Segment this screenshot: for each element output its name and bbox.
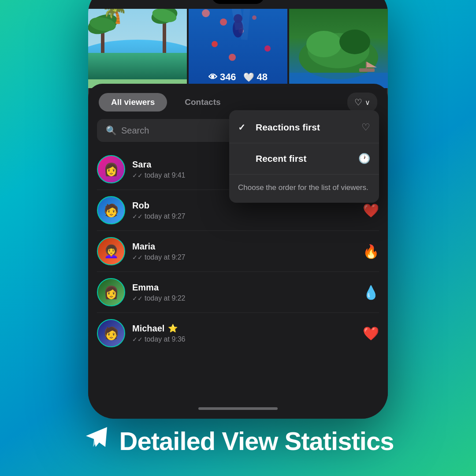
avatar: 🧑: [97, 196, 125, 224]
sort-recent-first[interactable]: Recent first 🕐: [229, 145, 379, 172]
like-count: 🤍 48: [243, 71, 268, 83]
premium-star-icon: ⭐: [168, 324, 178, 333]
read-receipt-icon: ✓✓: [132, 213, 143, 220]
viewer-time: ✓✓ today at 9:27: [132, 253, 356, 261]
divider: [229, 174, 379, 175]
list-item: 🧑 Michael ⭐ ✓✓ today at 9:36 ❤️: [97, 313, 379, 353]
svg-rect-27: [359, 68, 375, 72]
reactions-first-label: Reactions first: [256, 122, 354, 133]
footer: Detailed View Statistics: [0, 405, 476, 476]
viewer-info: Emma ✓✓ today at 9:22: [132, 283, 356, 302]
heart-outline-icon: ♡: [354, 97, 362, 108]
view-count: 👁 346: [208, 71, 236, 83]
read-receipt-icon: ✓✓: [132, 295, 143, 302]
phone-notch: [212, 0, 264, 4]
eye-icon: 👁: [208, 72, 217, 82]
read-receipt-icon: ✓✓: [132, 336, 143, 343]
svg-point-25: [339, 30, 370, 54]
viewer-info: Michael ⭐ ✓✓ today at 9:36: [132, 324, 356, 343]
thumbnail-island: [289, 0, 388, 88]
phone-top-bar: [88, 0, 388, 9]
tab-contacts[interactable]: Contacts: [172, 93, 233, 112]
svg-point-16: [229, 54, 236, 61]
viewer-time: ✓✓ today at 9:27: [132, 212, 356, 220]
thumbnail-beach: [88, 0, 187, 88]
avatar: 🧑: [97, 319, 125, 347]
search-icon: 🔍: [106, 125, 117, 136]
divider: [229, 143, 379, 143]
heart-outline-sort-icon: ♡: [361, 122, 370, 133]
svg-point-13: [252, 15, 257, 20]
stats-bar: 👁 346 🤍 48: [208, 71, 268, 83]
svg-point-12: [212, 41, 218, 47]
reaction-icon: 💧: [363, 285, 379, 300]
svg-point-24: [306, 31, 342, 57]
avatar: 👩: [97, 278, 125, 306]
sort-reactions-first[interactable]: ✓ Reactions first ♡: [229, 114, 379, 141]
svg-rect-28: [366, 62, 367, 68]
viewer-time: ✓✓ today at 9:22: [132, 294, 356, 302]
dropdown-tip-text: Choose the order for the list of viewers…: [229, 176, 379, 199]
heart-icon: 🤍: [243, 72, 254, 82]
svg-point-15: [264, 45, 271, 52]
chevron-down-icon: ∨: [365, 98, 370, 107]
footer-title: Detailed View Statistics: [119, 426, 394, 456]
clock-icon: 🕐: [358, 153, 370, 164]
list-item: 👩 Emma ✓✓ today at 9:22 💧: [97, 272, 379, 313]
likes-value: 48: [257, 71, 268, 83]
read-receipt-icon: ✓✓: [132, 254, 143, 261]
list-item: 👩‍🦱 Maria ✓✓ today at 9:27 🔥: [97, 231, 379, 272]
viewer-name: Michael ⭐: [132, 324, 356, 334]
reaction-icon: 🔥: [363, 244, 379, 259]
svg-point-10: [220, 19, 227, 26]
telegram-icon: [82, 424, 111, 458]
tab-all-viewers[interactable]: All viewers: [99, 93, 167, 112]
avatar: 👩‍🦱: [97, 237, 125, 265]
phone-frame: 👁 346 🤍 48: [88, 0, 388, 419]
viewer-time: ✓✓ today at 9:36: [132, 335, 356, 343]
image-strip: 👁 346 🤍 48: [88, 0, 388, 88]
svg-point-14: [202, 9, 210, 17]
reaction-icon: ❤️: [363, 326, 379, 341]
viewer-name: Maria: [132, 242, 356, 252]
read-receipt-icon: ✓✓: [132, 172, 143, 179]
thumbnail-ocean: 👁 346 🤍 48: [189, 0, 287, 88]
reaction-icon: ❤️: [363, 203, 379, 218]
viewer-name: Emma: [132, 283, 356, 293]
viewer-info: Maria ✓✓ today at 9:27: [132, 242, 356, 261]
check-icon: ✓: [238, 122, 249, 133]
main-panel: All viewers Contacts ♡ ∨ 🔍 Search 👩 Sara: [88, 84, 388, 419]
sort-dropdown: ✓ Reactions first ♡ Recent first 🕐 Choos…: [229, 110, 379, 203]
views-value: 346: [220, 71, 236, 83]
viewer-info: Rob ✓✓ today at 9:27: [132, 201, 356, 220]
sort-button[interactable]: ♡ ∨: [347, 93, 377, 112]
avatar: 👩: [97, 155, 125, 183]
recent-first-label: Recent first: [256, 153, 351, 164]
search-placeholder: Search: [121, 126, 149, 136]
